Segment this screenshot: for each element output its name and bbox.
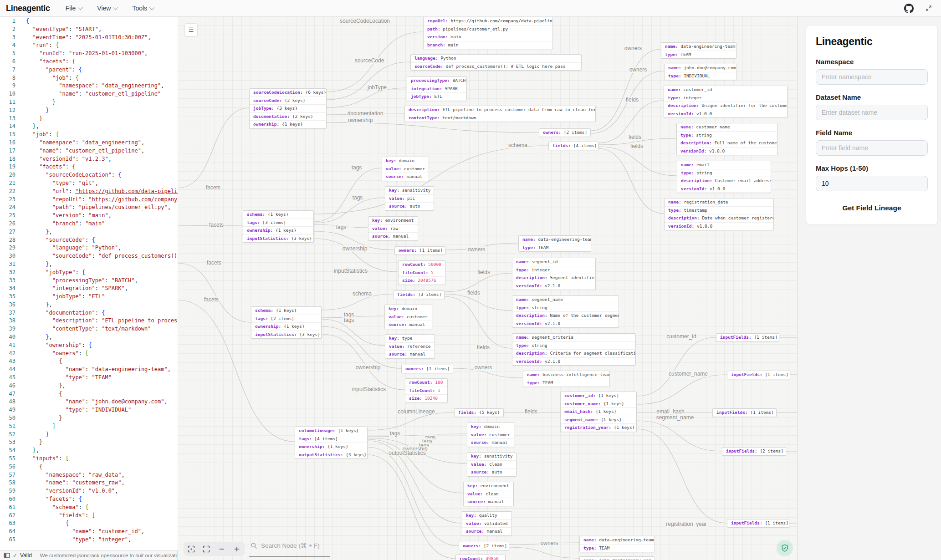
edge-label: jobType: [367, 84, 388, 91]
zoom-out-button[interactable]: [217, 544, 227, 554]
graph-node[interactable]: key: environmentvalue: cleansource: manu…: [463, 482, 514, 506]
graph-node[interactable]: inputFields: [1 items]: [727, 519, 789, 528]
graph-node[interactable]: columnLineage: {1 keys}tags: [4 items]ow…: [295, 427, 368, 459]
line-number: 10: [0, 90, 15, 98]
code-line: 9 "namespace": "data_engineering",: [0, 82, 178, 90]
graph-node[interactable]: name: segment_nametype: stringdescriptio…: [512, 295, 619, 328]
graph-node[interactable]: inputFields: [1 items]: [727, 371, 790, 379]
namespace-input[interactable]: [816, 69, 928, 85]
edge-label: tags: [389, 430, 401, 437]
node-row: integration: SPARK: [407, 85, 466, 93]
code-line: 50 }: [0, 414, 178, 423]
graph-node[interactable]: name: data-engineering-teamtype: TEAM: [579, 536, 655, 552]
node-search[interactable]: Search Node (⌘ + F): [251, 542, 320, 549]
graph-node[interactable]: description: ETL pipeline to process cus…: [404, 106, 596, 122]
fit-view-button[interactable]: [201, 544, 211, 554]
node-row: versionId: v1.0.0: [664, 110, 787, 118]
code-line: 3 "eventTime": "2025-01-01T10:30:00Z",: [0, 34, 178, 42]
graph-node[interactable]: schema: {1 keys}tags: [3 items]ownership…: [243, 210, 314, 243]
line-number: 50: [0, 414, 15, 423]
code-line: 21 "type": "git",: [0, 179, 178, 188]
get-field-lineage-button[interactable]: Get Field Lineage: [816, 204, 928, 213]
graph-node[interactable]: inputFields: [2 items]: [722, 447, 786, 456]
graph-node[interactable]: name: john.doe@company.comtype: INDIVIDU…: [579, 556, 655, 560]
graph-node[interactable]: key: environmentvalue: rawsource: manual: [368, 216, 418, 241]
graph-node[interactable]: inputFields: [1 items]: [716, 333, 779, 342]
graph-node[interactable]: name: segment_criteriatype: stringdescri…: [512, 333, 636, 366]
graph-node[interactable]: owners: [2 items]: [459, 542, 509, 550]
node-row: versionId: v2.1.0: [512, 320, 619, 328]
graph-node[interactable]: owners: [1 items]: [394, 246, 445, 255]
max-hops-input[interactable]: [816, 176, 928, 191]
graph-node[interactable]: name: segment_idtype: integerdescription…: [512, 258, 596, 290]
graph-node[interactable]: key: sensitivityvalue: cleansource: auto: [467, 452, 517, 477]
line-number: 22: [0, 188, 15, 196]
graph-node[interactable]: owners: [1 items]: [401, 365, 453, 373]
dataset-name-input[interactable]: [816, 105, 928, 120]
line-number: 49: [0, 406, 15, 414]
graph-node[interactable]: key: sensitivityvalue: piisource: auto: [385, 186, 434, 211]
graph-node[interactable]: schema: {1 keys}tags: [2 items]ownership…: [251, 306, 322, 339]
line-number: 34: [0, 285, 15, 293]
node-row: type: INDIVIDUAL: [665, 72, 736, 80]
line-number: 32: [0, 269, 15, 277]
panel-toggle-icon[interactable]: [4, 553, 10, 558]
edge-label: fields: [628, 134, 642, 140]
graph-node[interactable]: name: customer_nametype: stringdescripti…: [676, 123, 777, 155]
graph-node[interactable]: rowCount: 50000fileCount: 5size: 2048576: [398, 260, 445, 285]
github-icon[interactable]: [904, 4, 914, 13]
graph-node[interactable]: name: john.doe@company.comtype: INDIVIDU…: [664, 64, 737, 80]
graph-node[interactable]: fields: [4 items]: [548, 142, 598, 150]
graph-node[interactable]: rowCount: 49850: [455, 555, 506, 560]
edge-label: ownership: [347, 117, 374, 123]
node-row: processingType: BATCH: [407, 77, 466, 85]
graph-node[interactable]: name: data-engineering-teamtype: TEAM: [661, 42, 736, 59]
graph-node[interactable]: repoUrl: https://github.com/company/data…: [423, 17, 553, 49]
chevron-down-icon: [149, 5, 154, 10]
fullscreen-icon[interactable]: [925, 4, 933, 12]
center-view-button[interactable]: [186, 544, 196, 554]
app-logo: Lineagentic: [6, 4, 50, 13]
graph-node[interactable]: fields: [3 items]: [393, 290, 445, 299]
lineage-graph-canvas[interactable]: ☰ Search Node (⌘ + F): [178, 16, 797, 560]
graph-node[interactable]: key: domainvalue: customersource: manual: [384, 305, 432, 329]
menu-view[interactable]: View: [97, 5, 117, 12]
graph-node[interactable]: name: business-intelligence-teamtype: TE…: [523, 371, 610, 387]
graph-node[interactable]: fields: {5 keys}: [454, 408, 504, 417]
edge-label: ownership: [342, 245, 368, 252]
node-row: name: business-intelligence-team: [523, 371, 609, 379]
line-number: 21: [0, 179, 15, 188]
graph-node[interactable]: name: emailtype: stringdescription: Cust…: [677, 161, 771, 193]
graph-node[interactable]: processingType: BATCHintegration: SPARKj…: [407, 76, 467, 101]
validation-shield-badge[interactable]: [777, 540, 793, 556]
line-number: 14: [0, 122, 15, 131]
graph-node[interactable]: sourceCodeLocation: {6 keys}sourceCode: …: [249, 88, 327, 129]
shield-check-icon: [780, 544, 789, 553]
graph-node[interactable]: key: typevalue: referencesource: manual: [385, 334, 435, 359]
graph-node[interactable]: name: data-engineering-teamtype: TEAM: [518, 235, 591, 252]
graph-node[interactable]: name: customer_idtype: integerdescriptio…: [664, 86, 788, 118]
graph-node[interactable]: key: qualityvalue: validatedsource: manu…: [462, 511, 512, 536]
json-editor[interactable]: 1{2 "eventType": "START",3 "eventTime": …: [0, 16, 178, 551]
node-row: ownership: {1 keys}: [251, 323, 321, 331]
zoom-in-button[interactable]: [232, 544, 242, 554]
menu-tools[interactable]: Tools: [132, 5, 153, 12]
graph-node[interactable]: inputFields: [1 items]: [712, 408, 777, 417]
line-number: 53: [0, 438, 15, 447]
code-line: 4 "run": {: [0, 41, 178, 50]
line-number: 52: [0, 431, 15, 439]
code-line: 2 "eventType": "START",: [0, 25, 178, 34]
graph-node[interactable]: rowCount: 100fileCount: 1size: 10240: [405, 378, 448, 403]
graph-node[interactable]: key: domainvalue: customersource: manual: [467, 423, 514, 447]
node-row: language: Python: [411, 55, 581, 63]
code-line: 34 "integration": "SPARK",: [0, 285, 178, 293]
graph-menu-button[interactable]: ☰: [184, 23, 198, 36]
code-line: 55 "inputs": [: [0, 455, 178, 463]
field-name-input[interactable]: [816, 140, 928, 156]
graph-node[interactable]: owners: [2 items]: [539, 128, 591, 137]
graph-node[interactable]: name: registration_datetype: timestampde…: [664, 198, 774, 230]
graph-node[interactable]: language: PythonsourceCode: def process_…: [410, 54, 582, 71]
menu-file[interactable]: File: [66, 5, 82, 12]
graph-node[interactable]: customer_id: {1 keys}customer_name: {1 k…: [560, 392, 637, 432]
graph-node[interactable]: key: domainvalue: customersource: manual: [382, 157, 429, 181]
